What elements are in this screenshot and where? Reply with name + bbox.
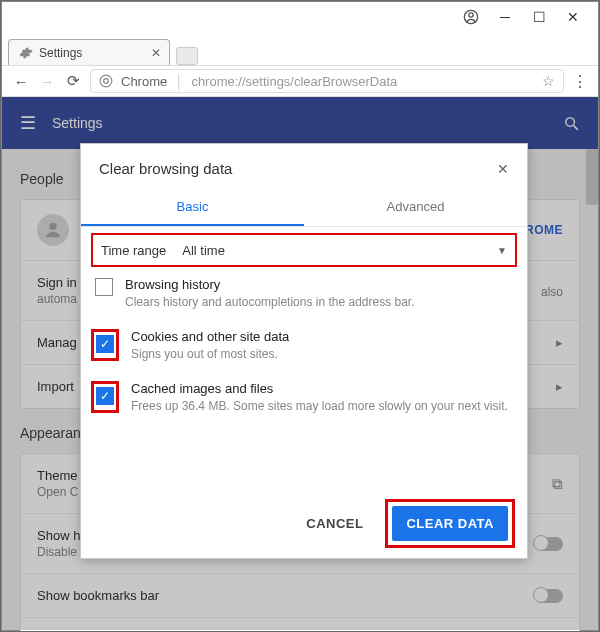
back-button[interactable]: ← [12, 73, 30, 90]
cancel-button[interactable]: CANCEL [294, 508, 375, 539]
tab-basic[interactable]: Basic [81, 189, 304, 226]
browser-tab-settings[interactable]: Settings ✕ [8, 39, 170, 65]
url-host: Chrome [121, 74, 167, 89]
check-icon: ✓ [100, 337, 110, 351]
checkbox[interactable]: ✓ [96, 335, 114, 353]
time-range-select[interactable]: Time range All time ▼ [91, 233, 517, 267]
browser-menu-icon[interactable]: ⋮ [572, 72, 588, 91]
url-path: chrome://settings/clearBrowserData [191, 74, 397, 89]
maximize-button[interactable]: ☐ [522, 5, 556, 29]
svg-point-3 [104, 79, 109, 84]
tab-close-icon[interactable]: ✕ [151, 46, 161, 60]
dialog-title: Clear browsing data [99, 160, 232, 177]
option-cached[interactable]: ✓ Cached images and files Frees up 36.4 … [81, 371, 527, 423]
checkbox[interactable]: ✓ [96, 387, 114, 405]
check-icon: ✓ [100, 389, 110, 403]
option-browsing-history[interactable]: Browsing history Clears history and auto… [81, 267, 527, 319]
tab-advanced[interactable]: Advanced [304, 189, 527, 226]
gear-icon [19, 46, 33, 60]
time-range-label: Time range [101, 243, 166, 258]
clear-data-button[interactable]: CLEAR DATA [392, 506, 508, 541]
chrome-icon [99, 74, 113, 88]
forward-button[interactable]: → [38, 73, 56, 90]
time-range-value: All time [182, 243, 225, 258]
tab-title: Settings [39, 46, 82, 60]
chevron-down-icon: ▼ [497, 245, 507, 256]
address-bar[interactable]: Chrome │ chrome://settings/clearBrowserD… [90, 69, 564, 93]
option-cookies[interactable]: ✓ Cookies and other site data Signs you … [81, 319, 527, 371]
reload-button[interactable]: ⟳ [64, 72, 82, 90]
svg-point-2 [100, 75, 112, 87]
svg-point-1 [469, 13, 473, 17]
new-tab-button[interactable] [176, 47, 198, 65]
minimize-button[interactable]: ─ [488, 5, 522, 29]
dialog-close-button[interactable]: ✕ [497, 161, 509, 177]
account-icon[interactable] [454, 5, 488, 29]
close-window-button[interactable]: ✕ [556, 5, 590, 29]
bookmark-star-icon[interactable]: ☆ [542, 73, 555, 89]
clear-browsing-data-dialog: Clear browsing data ✕ Basic Advanced Tim… [80, 143, 528, 559]
checkbox[interactable] [95, 278, 113, 296]
